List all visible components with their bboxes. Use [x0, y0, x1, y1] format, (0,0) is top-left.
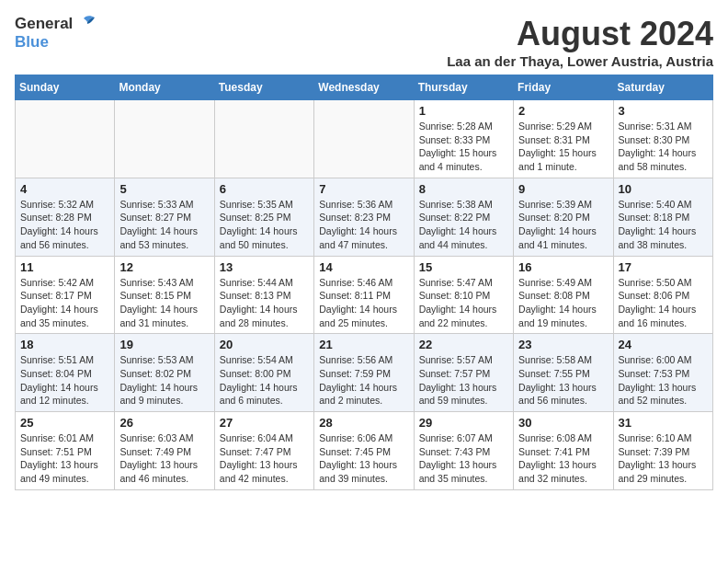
day-info: Sunrise: 5:38 AM Sunset: 8:22 PM Dayligh…: [419, 198, 508, 252]
calendar-cell: 29Sunrise: 6:07 AM Sunset: 7:43 PM Dayli…: [414, 412, 513, 490]
day-info: Sunrise: 5:57 AM Sunset: 7:57 PM Dayligh…: [419, 353, 508, 408]
day-info: Sunrise: 5:28 AM Sunset: 8:33 PM Dayligh…: [419, 120, 508, 174]
day-info: Sunrise: 5:56 AM Sunset: 7:59 PM Dayligh…: [319, 353, 408, 408]
day-info: Sunrise: 6:08 AM Sunset: 7:41 PM Dayligh…: [518, 431, 608, 486]
day-number: 5: [119, 182, 209, 196]
calendar-cell: 9Sunrise: 5:39 AM Sunset: 8:20 PM Daylig…: [514, 178, 613, 256]
weekday-header-tuesday: Tuesday: [214, 75, 313, 100]
day-info: Sunrise: 5:44 AM Sunset: 8:13 PM Dayligh…: [220, 276, 309, 330]
day-number: 31: [619, 416, 708, 430]
day-number: 29: [419, 416, 508, 430]
day-info: Sunrise: 5:58 AM Sunset: 7:55 PM Dayligh…: [518, 353, 608, 408]
weekday-header-thursday: Thursday: [414, 75, 513, 100]
weekday-header-sunday: Sunday: [16, 75, 115, 100]
calendar-cell: 20Sunrise: 5:54 AM Sunset: 8:00 PM Dayli…: [214, 334, 313, 412]
day-info: Sunrise: 6:00 AM Sunset: 7:53 PM Dayligh…: [619, 353, 708, 408]
day-number: 23: [518, 338, 608, 351]
day-number: 16: [518, 260, 608, 274]
month-year-title: August 2024: [447, 15, 713, 53]
day-info: Sunrise: 5:53 AM Sunset: 8:02 PM Dayligh…: [119, 353, 209, 408]
calendar-cell: 18Sunrise: 5:51 AM Sunset: 8:04 PM Dayli…: [16, 334, 115, 412]
calendar-cell: 4Sunrise: 5:32 AM Sunset: 8:28 PM Daylig…: [16, 178, 115, 256]
calendar-cell: [115, 100, 214, 178]
calendar-cell: 27Sunrise: 6:04 AM Sunset: 7:47 PM Dayli…: [214, 412, 313, 490]
day-info: Sunrise: 5:31 AM Sunset: 8:30 PM Dayligh…: [619, 120, 708, 174]
calendar-cell: 6Sunrise: 5:35 AM Sunset: 8:25 PM Daylig…: [214, 178, 313, 256]
day-number: 25: [20, 416, 109, 430]
calendar-cell: 8Sunrise: 5:38 AM Sunset: 8:22 PM Daylig…: [414, 178, 513, 256]
logo-bird-icon: [76, 15, 97, 33]
week-row-2: 4Sunrise: 5:32 AM Sunset: 8:28 PM Daylig…: [16, 178, 713, 256]
calendar-cell: 12Sunrise: 5:43 AM Sunset: 8:15 PM Dayli…: [115, 256, 214, 334]
day-number: 2: [518, 104, 608, 118]
day-info: Sunrise: 5:54 AM Sunset: 8:00 PM Dayligh…: [220, 353, 309, 408]
day-number: 10: [619, 182, 708, 196]
day-number: 18: [20, 338, 109, 351]
day-number: 24: [619, 338, 708, 351]
day-number: 13: [220, 260, 309, 274]
day-info: Sunrise: 5:50 AM Sunset: 8:06 PM Dayligh…: [619, 276, 708, 330]
location-subtitle: Laa an der Thaya, Lower Austria, Austria: [447, 53, 713, 69]
day-number: 6: [220, 182, 309, 196]
day-info: Sunrise: 6:04 AM Sunset: 7:47 PM Dayligh…: [220, 431, 309, 486]
day-number: 30: [518, 416, 608, 430]
day-info: Sunrise: 5:29 AM Sunset: 8:31 PM Dayligh…: [518, 120, 608, 174]
day-number: 3: [619, 104, 708, 118]
day-number: 17: [619, 260, 708, 274]
day-info: Sunrise: 5:39 AM Sunset: 8:20 PM Dayligh…: [518, 198, 608, 252]
weekday-header-monday: Monday: [115, 75, 214, 100]
day-number: 27: [220, 416, 309, 430]
calendar-cell: 10Sunrise: 5:40 AM Sunset: 8:18 PM Dayli…: [613, 178, 712, 256]
calendar-cell: 21Sunrise: 5:56 AM Sunset: 7:59 PM Dayli…: [314, 334, 414, 412]
week-row-5: 25Sunrise: 6:01 AM Sunset: 7:51 PM Dayli…: [16, 412, 713, 490]
day-number: 20: [220, 338, 309, 351]
calendar-cell: 25Sunrise: 6:01 AM Sunset: 7:51 PM Dayli…: [16, 412, 115, 490]
calendar-cell: 28Sunrise: 6:06 AM Sunset: 7:45 PM Dayli…: [314, 412, 414, 490]
day-number: 7: [319, 182, 408, 196]
page-header: General Blue August 2024 Laa an der Thay…: [15, 15, 713, 69]
calendar-cell: 24Sunrise: 6:00 AM Sunset: 7:53 PM Dayli…: [613, 334, 712, 412]
calendar-cell: 3Sunrise: 5:31 AM Sunset: 8:30 PM Daylig…: [613, 100, 712, 178]
calendar-cell: [16, 100, 115, 178]
calendar-cell: 26Sunrise: 6:03 AM Sunset: 7:49 PM Dayli…: [115, 412, 214, 490]
day-info: Sunrise: 5:46 AM Sunset: 8:11 PM Dayligh…: [319, 276, 408, 330]
calendar-cell: [314, 100, 414, 178]
day-info: Sunrise: 5:43 AM Sunset: 8:15 PM Dayligh…: [119, 276, 209, 330]
day-number: 15: [419, 260, 508, 274]
calendar-cell: [214, 100, 313, 178]
weekday-header-friday: Friday: [514, 75, 613, 100]
calendar-cell: 5Sunrise: 5:33 AM Sunset: 8:27 PM Daylig…: [115, 178, 214, 256]
day-number: 8: [419, 182, 508, 196]
calendar-cell: 15Sunrise: 5:47 AM Sunset: 8:10 PM Dayli…: [414, 256, 513, 334]
logo-blue-text: Blue: [15, 33, 49, 51]
week-row-3: 11Sunrise: 5:42 AM Sunset: 8:17 PM Dayli…: [16, 256, 713, 334]
day-number: 4: [20, 182, 109, 196]
day-number: 26: [119, 416, 209, 430]
day-info: Sunrise: 5:32 AM Sunset: 8:28 PM Dayligh…: [20, 198, 109, 252]
day-info: Sunrise: 5:40 AM Sunset: 8:18 PM Dayligh…: [619, 198, 708, 252]
calendar-cell: 1Sunrise: 5:28 AM Sunset: 8:33 PM Daylig…: [414, 100, 513, 178]
calendar-cell: 31Sunrise: 6:10 AM Sunset: 7:39 PM Dayli…: [613, 412, 712, 490]
title-block: August 2024 Laa an der Thaya, Lower Aust…: [447, 15, 713, 69]
calendar-cell: 17Sunrise: 5:50 AM Sunset: 8:06 PM Dayli…: [613, 256, 712, 334]
day-info: Sunrise: 5:35 AM Sunset: 8:25 PM Dayligh…: [220, 198, 309, 252]
day-info: Sunrise: 5:42 AM Sunset: 8:17 PM Dayligh…: [20, 276, 109, 330]
calendar-cell: 11Sunrise: 5:42 AM Sunset: 8:17 PM Dayli…: [16, 256, 115, 334]
day-info: Sunrise: 6:07 AM Sunset: 7:43 PM Dayligh…: [419, 431, 508, 486]
day-info: Sunrise: 5:49 AM Sunset: 8:08 PM Dayligh…: [518, 276, 608, 330]
day-number: 21: [319, 338, 408, 351]
day-number: 14: [319, 260, 408, 274]
calendar-cell: 22Sunrise: 5:57 AM Sunset: 7:57 PM Dayli…: [414, 334, 513, 412]
week-row-1: 1Sunrise: 5:28 AM Sunset: 8:33 PM Daylig…: [16, 100, 713, 178]
weekday-header-saturday: Saturday: [613, 75, 712, 100]
weekday-header-wednesday: Wednesday: [314, 75, 414, 100]
day-number: 9: [518, 182, 608, 196]
day-info: Sunrise: 6:10 AM Sunset: 7:39 PM Dayligh…: [619, 431, 708, 486]
logo-general-text: General: [15, 15, 73, 33]
week-row-4: 18Sunrise: 5:51 AM Sunset: 8:04 PM Dayli…: [16, 334, 713, 412]
day-number: 12: [119, 260, 209, 274]
calendar-cell: 23Sunrise: 5:58 AM Sunset: 7:55 PM Dayli…: [514, 334, 613, 412]
calendar-table: SundayMondayTuesdayWednesdayThursdayFrid…: [15, 75, 713, 490]
day-number: 11: [20, 260, 109, 274]
logo: General Blue: [15, 15, 97, 52]
